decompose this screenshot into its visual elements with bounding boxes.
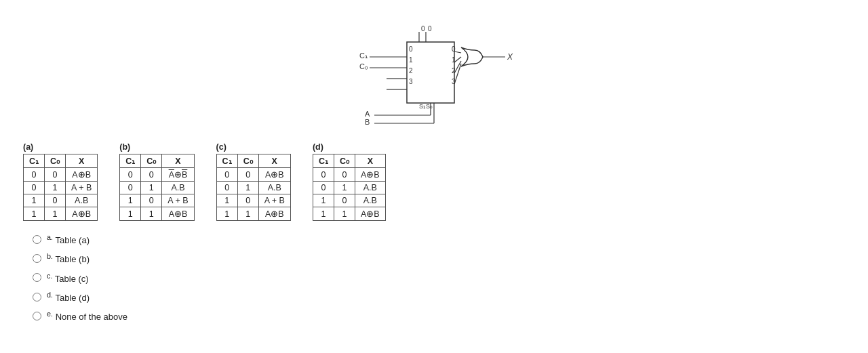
svg-text:1: 1	[452, 56, 456, 64]
svg-text:C₀: C₀	[359, 62, 368, 70]
truth-table-c: (c)C₁C₀X00A⊕B01A.B10A + B11A⊕B	[216, 142, 291, 221]
table-row: 11A⊕B	[24, 207, 98, 221]
table-row: 10A.B	[24, 194, 98, 207]
table-cell: 0	[24, 168, 45, 182]
table-cell: 1	[313, 194, 334, 207]
option-row-d[interactable]: d. Table (d)	[33, 291, 852, 303]
circuit-svg: 0 1 2 3 0 1 2 3 C₁ C₀ X A B	[319, 22, 549, 130]
table-cell: 1	[334, 182, 355, 194]
table-cell: 1	[120, 207, 141, 221]
table-cell: A.B	[258, 182, 290, 194]
table-header: C₀	[45, 154, 66, 168]
truth-table-grid-2: C₁C₀X00A⊕B01A.B10A + B11A⊕B	[216, 154, 291, 221]
table-label-0: (a)	[23, 142, 33, 152]
svg-text:1: 1	[409, 56, 413, 64]
table-header: X	[66, 154, 98, 168]
table-header: C₀	[237, 154, 258, 168]
svg-text:S₁S₀: S₁S₀	[419, 103, 433, 110]
svg-text:0: 0	[409, 45, 413, 53]
table-cell: 1	[313, 207, 334, 221]
table-cell: 0	[24, 182, 45, 194]
table-cell: 0	[313, 182, 334, 194]
table-row: 10A.B	[313, 194, 385, 207]
option-label-b: b. Table (b)	[47, 252, 90, 264]
option-row-e[interactable]: e. None of the above	[33, 310, 852, 322]
table-cell: A.B	[355, 182, 385, 194]
truth-table-d: (d)C₁C₀X00A⊕B01A.B10A.B11A⊕B	[313, 142, 386, 221]
table-row: 11A⊕B	[120, 207, 194, 221]
table-cell: 1	[120, 194, 141, 207]
table-cell: A⊕B	[258, 207, 290, 221]
table-row: 10A + B	[120, 194, 194, 207]
table-row: 01A.B	[120, 182, 194, 194]
table-cell: A⊕B	[162, 207, 194, 221]
svg-text:3: 3	[409, 78, 413, 85]
table-label-3: (d)	[313, 142, 323, 152]
svg-rect-0	[407, 42, 454, 103]
circuit-diagram-area: 0 1 2 3 0 1 2 3 C₁ C₀ X A B	[16, 22, 852, 130]
svg-text:0: 0	[428, 25, 432, 33]
option-row-c[interactable]: c. Table (c)	[33, 272, 852, 284]
table-cell: 0	[45, 168, 66, 182]
table-header: C₀	[334, 154, 355, 168]
table-cell: 1	[141, 207, 162, 221]
table-cell: A⊕B	[258, 168, 290, 182]
table-cell: 0	[141, 168, 162, 182]
table-cell: 1	[216, 207, 237, 221]
table-cell: 1	[24, 194, 45, 207]
table-cell: A + B	[66, 182, 98, 194]
table-cell: 0	[216, 168, 237, 182]
tables-row: (a)C₁C₀X00A⊕B01A + B10A.B11A⊕B(b)C₁C₀X00…	[16, 142, 852, 221]
option-row-b[interactable]: b. Table (b)	[33, 252, 852, 264]
table-row: 11A⊕B	[216, 207, 290, 221]
table-cell: A⊕B	[66, 207, 98, 221]
table-cell: 0	[334, 194, 355, 207]
option-label-e: e. None of the above	[47, 310, 127, 322]
svg-text:0: 0	[421, 25, 425, 33]
table-header: C₁	[24, 154, 45, 168]
table-label-2: (c)	[216, 142, 226, 152]
radio-option-b[interactable]	[33, 254, 41, 263]
option-row-a[interactable]: a. Table (a)	[33, 233, 852, 245]
radio-option-c[interactable]	[33, 273, 41, 282]
table-cell: 0	[216, 182, 237, 194]
table-cell: 1	[141, 182, 162, 194]
truth-table-a: (a)C₁C₀X00A⊕B01A + B10A.B11A⊕B	[23, 142, 98, 221]
radio-option-d[interactable]	[33, 293, 41, 302]
table-label-1: (b)	[119, 142, 130, 152]
table-cell: A.B	[66, 194, 98, 207]
table-cell: A⊕B	[162, 168, 194, 182]
radio-option-e[interactable]	[33, 312, 41, 320]
table-header: C₁	[120, 154, 141, 168]
table-cell: 1	[237, 207, 258, 221]
table-header: C₁	[313, 154, 334, 168]
table-row: 00A⊕B	[313, 168, 385, 182]
svg-text:C₁: C₁	[359, 51, 368, 60]
table-cell: A⊕B	[355, 168, 385, 182]
truth-table-grid-0: C₁C₀X00A⊕B01A + B10A.B11A⊕B	[23, 154, 98, 221]
table-header: C₁	[216, 154, 237, 168]
table-cell: 1	[24, 207, 45, 221]
table-cell: A + B	[162, 194, 194, 207]
truth-table-grid-1: C₁C₀X00A⊕B01A.B10A + B11A⊕B	[119, 154, 194, 221]
table-header: C₀	[141, 154, 162, 168]
truth-table-grid-3: C₁C₀X00A⊕B01A.B10A.B11A⊕B	[313, 154, 386, 221]
radio-option-a[interactable]	[33, 235, 41, 244]
table-cell: 0	[237, 168, 258, 182]
option-label-c: c. Table (c)	[47, 272, 89, 284]
table-header: X	[355, 154, 385, 168]
table-row: 11A⊕B	[313, 207, 385, 221]
svg-text:2: 2	[452, 67, 456, 75]
svg-text:2: 2	[409, 67, 413, 75]
table-cell: 0	[237, 194, 258, 207]
option-label-a: a. Table (a)	[47, 233, 90, 245]
svg-text:X: X	[507, 52, 513, 62]
table-cell: 0	[334, 168, 355, 182]
table-cell: 1	[216, 194, 237, 207]
svg-text:A: A	[365, 110, 370, 118]
table-header: X	[162, 154, 194, 168]
table-row: 10A + B	[216, 194, 290, 207]
table-row: 01A + B	[24, 182, 98, 194]
table-cell: A.B	[162, 182, 194, 194]
table-cell: 1	[237, 182, 258, 194]
